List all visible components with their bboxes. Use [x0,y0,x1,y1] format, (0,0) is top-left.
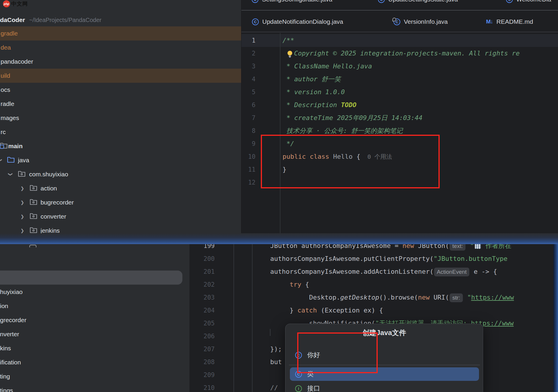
code-text: } catch (Exception ex) { [270,304,383,317]
line-number: 203 [189,291,215,304]
code-line-5[interactable]: 5 * version 1.0.0 [241,86,558,99]
code-token: /** [283,37,294,44]
tree-item-gradle[interactable]: gradle [0,26,241,40]
tree-item-radle[interactable]: radle [0,97,241,111]
line-number: 207 [189,343,215,356]
tree-item-converter[interactable]: ❯converter [0,209,241,224]
tree-item-label: grecorder [0,317,26,324]
tree-item-dea[interactable]: dea [0,40,241,55]
code-token: e -> { [470,268,497,275]
code-token: " [467,294,471,301]
code-line-1[interactable]: 1/** [241,34,558,47]
code-line-3[interactable]: 3 * ClassName Hello.java [241,60,558,73]
tree-item-nverter[interactable]: nverter [0,327,189,341]
tree-item-label: kins [0,345,11,352]
tree-item-uild[interactable]: uild [0,69,241,83]
tree-item-kins[interactable]: kins [0,341,189,355]
tree-item-label: pandacoder [1,58,33,65]
code-text: but [270,356,282,369]
folder-icon [7,156,15,164]
code-token: // [270,384,278,391]
tree-item-label: ion [0,303,8,310]
tree-item-label: huyixiao [0,288,23,295]
tree-item-bugrecorder[interactable]: ❯bugrecorder [0,195,241,209]
code-line-199[interactable]: 199JButton authorsCompanyIsAwesome = new… [189,244,558,252]
annotation-rect-class-body [261,135,440,188]
line-number: 3 [241,60,256,73]
code-token: but [270,358,282,366]
code-token: ().browse( [379,294,418,301]
tree-item-main[interactable]: main [0,139,241,153]
code-token: * ClassName Hello.java [283,62,372,70]
code-text: * author 舒一笑 [283,73,341,86]
code-token: 作者所在 [482,244,511,249]
code-token: (Exception ex) { [317,307,383,314]
chevron-right-icon[interactable]: ❯ [20,186,25,191]
code-token: " [470,244,474,249]
tree-item-mages[interactable]: mages [0,111,241,125]
code-token: { [301,281,309,288]
tree-item-tings[interactable]: tings [0,383,189,392]
popup-item-接口[interactable]: I接口 [290,382,479,392]
code-token [463,294,467,301]
tree-item-java[interactable]: ❯java [0,153,241,167]
tree-item-huyixiao[interactable]: huyixiao [0,285,189,299]
line-number: 209 [189,369,215,381]
selected-row-highlight[interactable] [0,271,182,285]
code-line-4[interactable]: 4 * author 舒一笑 [241,73,558,86]
line-number: 206 [189,330,215,343]
tree-item-ocs[interactable]: ocs [0,83,241,97]
tree-item-grecorder[interactable]: grecorder [0,313,189,327]
app-root: php 中文网 daCoder ~/IdeaProjects/PandaCode… [0,0,558,392]
code-line-200[interactable]: 200authorsCompanyIsAwesome.putClientProp… [189,252,558,265]
interface-icon: I [295,385,302,392]
code-line-203[interactable]: 203 Desktop.getDesktop().browse(new URI(… [189,291,558,304]
panel-editor-divider [241,0,241,233]
code-text: // [270,381,278,392]
code-line-2[interactable]: 2 Copyright © 2025 integration-projects-… [241,47,558,60]
tree-item-label: bugrecorder [41,199,74,206]
tree-item-jenkins[interactable]: ❯jenkins [0,224,241,233]
code-token: Copyright © 2025 integration-projects-ma… [294,50,520,57]
tree-item-label: gradle [1,30,18,37]
tree-item-ting[interactable]: ting [0,369,189,383]
line-number: 204 [189,304,215,317]
code-line-6[interactable]: 6 * Description TODO [241,99,558,111]
tree-item-action[interactable]: ❯action [0,181,241,195]
tree-item-label: tings [0,387,13,392]
code-line-7[interactable]: 7 * createTime 2025年09月25日 14:03:44 [241,111,558,124]
tree-item-label: main [8,143,23,150]
code-token: new [418,294,430,301]
code-line-204[interactable]: 204 } catch (Exception ex) { [189,304,558,317]
lightbulb-icon[interactable] [286,49,293,57]
tree-item-label: java [18,157,29,164]
tree-item-label: uild [1,72,10,79]
code-token: * Description [283,101,341,109]
tree-item-ification[interactable]: ification [0,355,189,369]
chevron-down-icon[interactable]: ❯ [0,158,3,163]
tree-item-ion[interactable]: ion [0,299,189,313]
code-line-201[interactable]: 201authorsCompanyIsAwesome.addActionList… [189,265,558,278]
code-text: try { [270,278,309,291]
line-number: 2 [241,47,256,60]
project-header[interactable]: daCoder ~/IdeaProjects/PandaCoder [0,15,101,25]
chevron-down-icon[interactable]: ❯ [8,172,13,177]
code-token: Desktop. [270,294,340,301]
tree-item-label: radle [1,100,14,107]
chevron-right-icon[interactable]: ❯ [20,214,25,219]
line-number: 210 [189,381,215,392]
package-icon [30,212,37,221]
tree-item-com.shuyixiao[interactable]: ❯com.shuyixiao [0,167,241,181]
code-area-top[interactable]: 1/**2 Copyright © 2025 integration-proje… [241,0,558,233]
chevron-right-icon[interactable]: ❯ [20,200,25,205]
code-token: new [402,244,414,249]
code-token: TODO [341,101,357,109]
code-line-202[interactable]: 202 try { [189,278,558,291]
chevron-right-icon[interactable]: ❯ [20,228,25,233]
line-number: 1 [241,34,256,47]
tree-item-pandacoder[interactable]: pandacoder [0,55,241,69]
tree-item-rc[interactable]: rc [0,125,241,139]
tree-item-label: ification [0,359,21,366]
code-text: /** [283,34,294,47]
code-token: authorsCompanyIsAwesome.addActionListene… [270,268,433,275]
